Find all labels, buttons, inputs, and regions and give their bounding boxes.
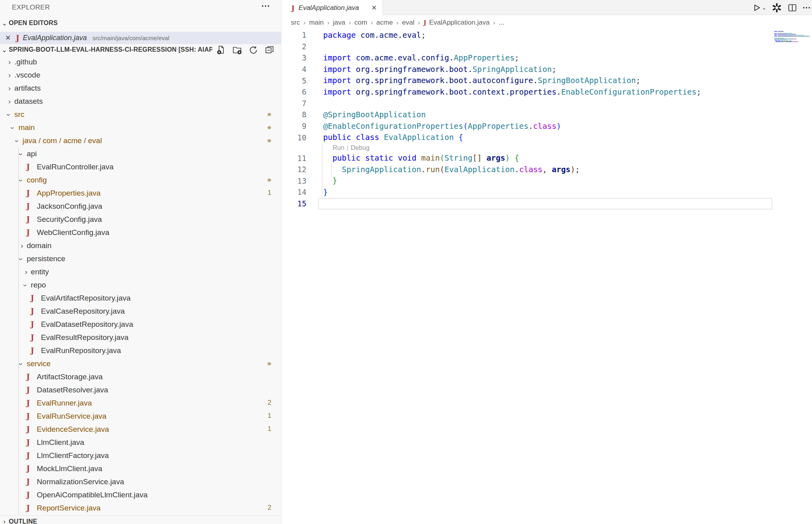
breadcrumb-item[interactable]: acme: [376, 19, 393, 27]
tree-item[interactable]: ›artifacts: [0, 82, 281, 95]
code-line[interactable]: 1package com.acme.eval;: [282, 29, 812, 41]
code-line[interactable]: 6import org.springframework.boot.context…: [282, 86, 812, 98]
code-line[interactable]: 13 }: [282, 175, 812, 187]
code-line[interactable]: 11 public static void main(String[] args…: [282, 152, 812, 164]
code-line[interactable]: 2: [282, 41, 812, 52]
breadcrumb-item[interactable]: JEvalApplication.java: [424, 19, 490, 27]
tree-item[interactable]: JLlmClient.java: [0, 436, 281, 449]
tree-item[interactable]: ›java / com / acme / eval: [0, 134, 281, 147]
tree-item[interactable]: JDatasetResolver.java: [0, 383, 281, 396]
minimap[interactable]: [774, 31, 811, 45]
chevron-down-icon[interactable]: ›: [8, 123, 17, 133]
open-editor-item[interactable]: ✕ J EvalApplication.java src/main/java/c…: [0, 32, 281, 44]
tree-item[interactable]: JEvalResultRepository.java: [0, 331, 281, 344]
tree-item[interactable]: JMockLlmClient.java: [0, 462, 281, 475]
code-line[interactable]: 8@SpringBootApplication: [282, 109, 812, 120]
breadcrumb-item[interactable]: eval: [402, 19, 414, 27]
more-actions-icon[interactable]: ⋯: [802, 3, 811, 12]
tree-item[interactable]: JEvidenceService.java1: [0, 423, 281, 436]
chevron-right-icon[interactable]: ›: [5, 71, 14, 80]
chevron-right-icon: ›: [349, 19, 351, 26]
split-editor-icon[interactable]: [787, 3, 797, 13]
refresh-icon[interactable]: [248, 45, 258, 55]
breadcrumb-item[interactable]: main: [309, 19, 324, 27]
chevron-right-icon[interactable]: ›: [5, 84, 14, 93]
tree-item-label: .vscode: [14, 71, 40, 80]
tree-item[interactable]: ›service: [0, 357, 281, 370]
breadcrumb-item[interactable]: com: [355, 19, 367, 27]
tree-item[interactable]: ›.vscode: [0, 68, 281, 82]
chevron-down-icon[interactable]: ⌄: [762, 5, 766, 11]
run-button[interactable]: ⌄: [753, 4, 766, 12]
tree-item[interactable]: ›.github: [0, 55, 281, 68]
collapse-all-icon[interactable]: [264, 45, 275, 55]
java-file-icon: J: [27, 477, 33, 486]
chevron-down-icon[interactable]: ›: [4, 110, 13, 120]
tree-item-label: EvalArtifactRepository.java: [41, 294, 131, 303]
open-editors-header[interactable]: ⌄ OPEN EDITORS: [0, 17, 281, 29]
code-text: public static void main(String[] args) {: [323, 153, 519, 163]
tree-item[interactable]: ›datasets: [0, 95, 281, 108]
tree-item[interactable]: ›persistence: [0, 252, 281, 265]
tree-item-label: .github: [14, 58, 37, 66]
codelens-debug-link[interactable]: Debug: [351, 144, 370, 151]
code-text: }: [323, 188, 328, 197]
new-file-icon[interactable]: [215, 45, 226, 55]
tree-item[interactable]: ›domain: [0, 239, 281, 252]
close-icon[interactable]: ✕: [370, 4, 378, 12]
tree-item[interactable]: JEvalRunController.java: [0, 160, 281, 173]
tree-item[interactable]: ›config: [0, 173, 281, 186]
chevron-right-icon[interactable]: ›: [5, 58, 14, 66]
tree-item[interactable]: JEvalDatasetRepository.java: [0, 318, 281, 331]
tree-item[interactable]: JReportService.java2: [0, 501, 281, 514]
close-icon[interactable]: ✕: [0, 34, 16, 42]
tree-item[interactable]: JNormalizationService.java: [0, 475, 281, 488]
chevron-right-icon[interactable]: ›: [5, 97, 14, 106]
tree-item[interactable]: JEvalRunRepository.java: [0, 344, 281, 357]
breadcrumb-item[interactable]: ...: [499, 19, 504, 27]
code-line[interactable]: 14}: [282, 186, 812, 198]
ellipsis-icon[interactable]: ⋯: [261, 1, 270, 11]
chevron-down-icon[interactable]: ›: [21, 281, 30, 290]
tree-item[interactable]: JLlmClientFactory.java: [0, 449, 281, 462]
tree-item[interactable]: ›src: [0, 108, 281, 121]
tree-item-label: SecurityConfig.java: [37, 215, 102, 224]
java-file-icon: J: [27, 228, 33, 237]
java-file-icon: J: [31, 333, 37, 342]
chevron-right-icon[interactable]: ›: [21, 268, 31, 276]
chevron-down-icon[interactable]: ›: [13, 136, 21, 146]
code-line[interactable]: 9@EnableConfigurationProperties(AppPrope…: [282, 120, 812, 132]
tree-item[interactable]: JEvalArtifactRepository.java: [0, 291, 281, 305]
tree-item[interactable]: JEvalRunService.java1: [0, 409, 281, 423]
editor-group: J EvalApplication.java ✕ ⌄ ⋯ src›main›ja…: [282, 0, 812, 524]
tree-item[interactable]: JOpenAiCompatibleLlmClient.java: [0, 488, 281, 501]
tree-item[interactable]: JWebClientConfig.java: [0, 226, 281, 239]
modified-count-badge: 1: [265, 425, 273, 433]
code-line[interactable]: 10public class EvalApplication {: [282, 132, 812, 143]
tree-item[interactable]: JAppProperties.java1: [0, 186, 281, 200]
breadcrumb-item[interactable]: src: [291, 19, 300, 27]
tab-evalapplication[interactable]: J EvalApplication.java ✕: [282, 0, 383, 16]
tree-item[interactable]: ›entity: [0, 265, 281, 278]
outline-header[interactable]: › OUTLINE: [0, 516, 281, 524]
tree-item[interactable]: JEvalRunner.java2: [0, 396, 281, 409]
tree-item[interactable]: JEvalCaseRepository.java: [0, 305, 281, 318]
tree-item[interactable]: JSecurityConfig.java: [0, 213, 281, 226]
new-folder-icon[interactable]: [232, 45, 242, 55]
open-editors-label: OPEN EDITORS: [9, 19, 58, 27]
tree-item[interactable]: ›api: [0, 147, 281, 160]
codelens-run-link[interactable]: Run: [333, 144, 344, 151]
tree-item[interactable]: ›main: [0, 121, 281, 134]
breadcrumb-item[interactable]: java: [333, 19, 345, 27]
code-line[interactable]: 5import org.springframework.boot.autocon…: [282, 75, 812, 86]
tree-item[interactable]: JJacksonConfig.java: [0, 200, 281, 213]
code-line[interactable]: 7: [282, 98, 812, 109]
code-line[interactable]: 12 SpringApplication.run(EvalApplication…: [282, 164, 812, 175]
code-line[interactable]: 3import com.acme.eval.config.AppProperti…: [282, 52, 812, 64]
java-file-icon: J: [27, 215, 33, 223]
tree-item[interactable]: JArtifactStorage.java: [0, 370, 281, 383]
code-line[interactable]: 4import org.springframework.boot.SpringA…: [282, 64, 812, 75]
tree-item-label: EvalRunController.java: [37, 163, 114, 171]
tree-item[interactable]: ›repo: [0, 278, 281, 291]
chatgpt-icon[interactable]: [771, 2, 782, 13]
